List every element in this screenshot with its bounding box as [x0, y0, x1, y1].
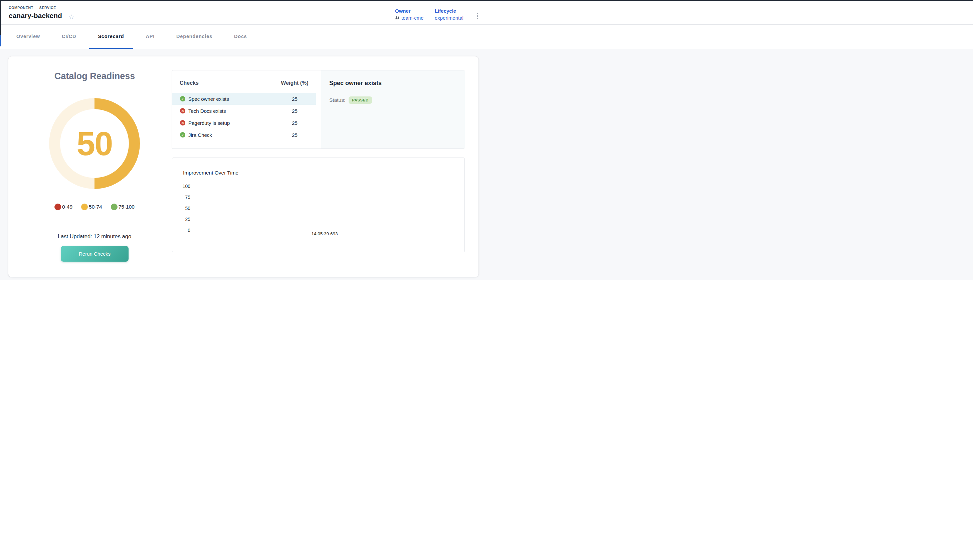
page-header: COMPONENT — SERVICE canary-backend ☆ Own…	[0, 1, 486, 24]
check-name: Spec owner exists	[188, 96, 229, 102]
owner-value: team-cme	[401, 15, 424, 21]
y-axis-tick: 50	[177, 206, 190, 211]
entity-tabs: Overview CI/CD Scorecard API Dependencie…	[0, 24, 486, 49]
score-donut-gauge: 50	[49, 98, 140, 189]
scorecard-card: Catalog Readiness 50 0-49 50-74 75-100 L…	[8, 57, 479, 277]
check-name: Jira Check	[188, 132, 212, 138]
improvement-chart-panel: Improvement Over Time 100 75 50 25 0 14:…	[172, 158, 465, 252]
score-value: 50	[77, 125, 112, 163]
check-row-jira[interactable]: ✓ Jira Check 25	[172, 129, 316, 141]
legend-label: 0-49	[62, 204, 72, 210]
check-name: Pagerduty is setup	[188, 120, 230, 126]
owner-block: Owner team-cme	[395, 8, 424, 21]
legend-yellow-dot	[81, 203, 88, 210]
last-updated-text: Last Updated: 12 minutes ago	[28, 233, 161, 240]
tab-overview[interactable]: Overview	[8, 25, 49, 49]
check-failed-icon: ✕	[180, 108, 185, 113]
breadcrumb: COMPONENT — SERVICE	[9, 6, 56, 10]
status-label: Status:	[329, 97, 345, 103]
sidebar-accent-bar	[0, 35, 1, 47]
y-axis-tick: 75	[177, 195, 190, 200]
owner-label: Owner	[395, 8, 424, 14]
window-top-edge	[0, 0, 486, 1]
owner-link[interactable]: team-cme	[395, 15, 424, 21]
status-badge: PASSED	[349, 97, 372, 104]
rerun-checks-button[interactable]: Rerun Checks	[61, 246, 129, 262]
tab-api[interactable]: API	[137, 25, 164, 49]
favorite-star-icon[interactable]: ☆	[68, 13, 74, 21]
y-axis-tick: 25	[177, 217, 190, 222]
page-title: canary-backend	[9, 12, 62, 20]
x-axis-tick: 14:05:39.693	[301, 231, 348, 236]
check-row-spec-owner[interactable]: ✓ Spec owner exists 25	[172, 93, 316, 105]
check-detail-panel: Spec owner exists Status: PASSED	[321, 70, 465, 148]
tab-dependencies[interactable]: Dependencies	[168, 25, 221, 49]
check-weight: 25	[280, 96, 309, 102]
scorecard-title: Catalog Readiness	[40, 71, 149, 82]
more-options-kebab-icon[interactable]	[474, 11, 481, 21]
y-axis-tick: 0	[177, 228, 190, 233]
y-axis-tick: 100	[177, 183, 190, 189]
check-weight: 25	[280, 108, 309, 114]
lifecycle-block: Lifecycle experimental	[435, 8, 464, 21]
check-passed-icon: ✓	[180, 96, 185, 102]
legend-item-high: 75-100	[111, 203, 135, 210]
legend-item-mid: 50-74	[81, 203, 102, 210]
legend-label: 75-100	[118, 204, 135, 210]
checks-column-header: Checks	[180, 80, 199, 86]
score-legend: 0-49 50-74 75-100	[28, 203, 161, 210]
score-donut-hole: 50	[60, 109, 129, 178]
chart-title: Improvement Over Time	[183, 170, 239, 176]
check-passed-icon: ✓	[180, 132, 185, 137]
lifecycle-label: Lifecycle	[435, 8, 464, 14]
legend-item-low: 0-49	[54, 203, 72, 210]
tab-docs[interactable]: Docs	[225, 25, 256, 49]
tab-cicd[interactable]: CI/CD	[53, 25, 85, 49]
check-weight: 25	[280, 120, 309, 126]
legend-green-dot	[111, 203, 117, 210]
check-detail-title: Spec owner exists	[329, 80, 382, 87]
legend-red-dot	[54, 203, 61, 210]
content-area: Catalog Readiness 50 0-49 50-74 75-100 L…	[0, 49, 486, 280]
checks-panel: Checks Weight (%) ✓ Spec owner exists 25…	[172, 70, 465, 149]
check-failed-icon: ✕	[180, 120, 185, 125]
tab-scorecard[interactable]: Scorecard	[89, 25, 133, 49]
lifecycle-value: experimental	[435, 15, 464, 21]
check-name: Tech Docs exists	[188, 108, 226, 114]
weight-column-header: Weight (%)	[280, 80, 309, 86]
team-icon	[395, 16, 400, 20]
window-left-edge	[0, 1, 1, 35]
check-row-tech-docs[interactable]: ✕ Tech Docs exists 25	[172, 105, 316, 117]
legend-label: 50-74	[89, 204, 102, 210]
check-row-pagerduty[interactable]: ✕ Pagerduty is setup 25	[172, 117, 316, 129]
check-weight: 25	[280, 132, 309, 138]
check-status-row: Status: PASSED	[329, 97, 372, 104]
